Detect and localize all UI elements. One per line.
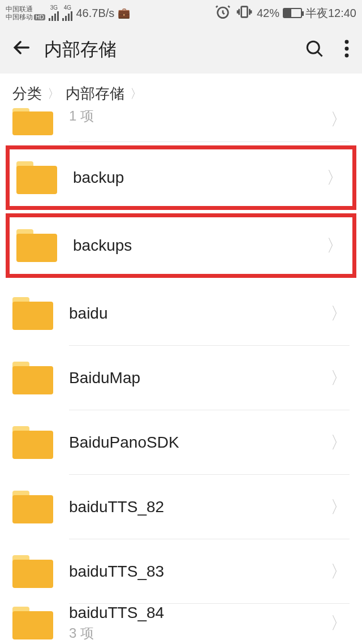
folder-icon [12, 555, 53, 588]
highlight-annotation: backups 〉 [6, 213, 356, 278]
chevron-right-icon: 〉 [328, 108, 350, 131]
back-button[interactable] [12, 38, 32, 62]
signal-block-1: 3G [49, 5, 59, 21]
battery-percent: 42% [257, 7, 279, 20]
folder-name: backup [73, 169, 324, 187]
svg-point-4 [345, 47, 349, 51]
breadcrumb-item[interactable]: 内部存储 [66, 84, 124, 104]
alarm-icon [214, 3, 232, 24]
folder-meta: 1 项 [69, 107, 328, 125]
folder-icon [12, 426, 53, 459]
list-item[interactable]: BaiduPanoSDK 〉 [0, 410, 362, 475]
list-item[interactable]: baiduTTS_82 〉 [0, 475, 362, 539]
chevron-right-icon: 〉 [324, 234, 346, 257]
list-item[interactable]: 1 项 〉 [0, 108, 362, 142]
folder-name: baiduTTS_83 [69, 563, 328, 581]
signal-bars-icon [62, 11, 72, 21]
highlight-annotation: backup 〉 [6, 145, 356, 210]
list-item[interactable]: baiduTTS_84 3 项 〉 [0, 604, 362, 642]
list-item[interactable]: backups 〉 [10, 217, 352, 274]
status-time: 半夜12:40 [305, 6, 356, 21]
svg-point-2 [307, 41, 319, 53]
network-speed: 46.7B/s [76, 7, 114, 20]
chevron-right-icon: 〉 [328, 560, 350, 583]
folder-name: baiduTTS_84 [69, 604, 328, 622]
folder-name: baidu [69, 304, 328, 323]
status-left: 中国联通 中国移动HD 3G 4G 46.7B/s 💼 [6, 5, 130, 22]
folder-icon [12, 491, 53, 523]
chevron-right-icon: 〉 [130, 85, 143, 102]
chevron-right-icon: 〉 [328, 612, 350, 635]
briefcase-icon: 💼 [118, 7, 130, 19]
chevron-right-icon: 〉 [328, 302, 350, 325]
carrier-labels: 中国联通 中国移动HD [6, 5, 45, 22]
folder-name: BaiduPanoSDK [69, 433, 328, 452]
folder-icon [12, 108, 53, 135]
chevron-right-icon: 〉 [328, 431, 350, 454]
carrier-2: 中国移动HD [6, 13, 45, 22]
list-item[interactable]: baiduTTS_83 〉 [0, 539, 362, 604]
folder-icon [16, 229, 57, 262]
folder-name: backups [73, 237, 324, 255]
file-list: 1 项 〉 backup 〉 backups 〉 baidu 〉 [0, 108, 362, 642]
status-bar: 中国联通 中国移动HD 3G 4G 46.7B/s 💼 42% 半夜12:40 [0, 0, 362, 26]
breadcrumb: 分类 〉 内部存储 〉 [0, 74, 362, 108]
vibrate-icon [235, 3, 253, 24]
chevron-right-icon: 〉 [328, 367, 350, 390]
folder-icon [12, 362, 53, 394]
folder-icon [16, 161, 57, 194]
hd-badge: HD [34, 14, 45, 20]
more-menu-button[interactable] [344, 38, 350, 61]
carrier-1: 中国联通 [6, 5, 45, 13]
svg-point-3 [345, 40, 349, 44]
app-bar: 内部存储 [0, 26, 362, 74]
folder-name: baiduTTS_82 [69, 498, 328, 516]
folder-icon [12, 607, 53, 639]
signal-block-2: 4G [62, 5, 72, 21]
svg-rect-1 [242, 6, 248, 17]
list-item[interactable]: BaiduMap 〉 [0, 346, 362, 410]
chevron-right-icon: 〉 [48, 85, 60, 102]
breadcrumb-item[interactable]: 分类 [12, 84, 42, 104]
chevron-right-icon: 〉 [328, 496, 350, 519]
folder-meta: 3 项 [69, 624, 328, 642]
battery-icon [283, 8, 302, 18]
status-right: 42% 半夜12:40 [214, 3, 356, 24]
folder-icon [12, 297, 53, 330]
signal-bars-icon [49, 11, 59, 21]
list-item[interactable]: backup 〉 [10, 149, 352, 206]
page-title: 内部存储 [44, 37, 304, 62]
chevron-right-icon: 〉 [324, 166, 346, 190]
search-button[interactable] [304, 38, 325, 61]
folder-name: BaiduMap [69, 369, 328, 387]
list-item[interactable]: baidu 〉 [0, 281, 362, 346]
svg-point-5 [345, 54, 349, 58]
